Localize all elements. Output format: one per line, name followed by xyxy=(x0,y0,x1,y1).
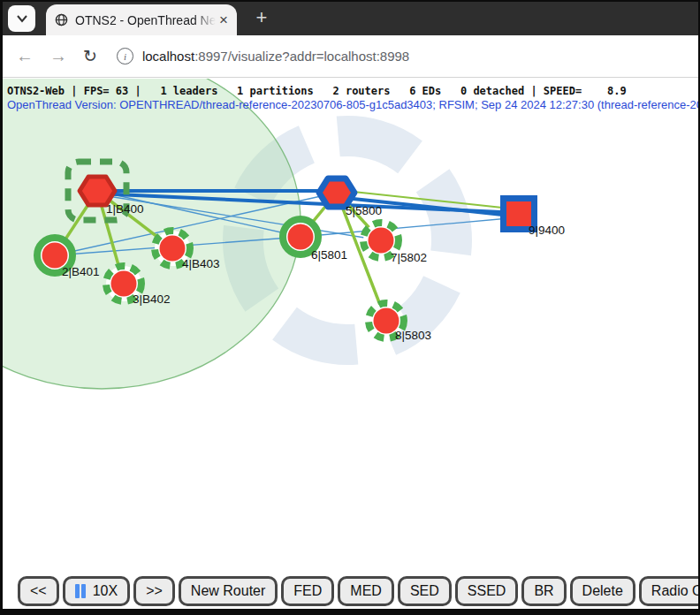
toolbar-button-label: SSED xyxy=(468,583,506,599)
reload-icon[interactable]: ↻ xyxy=(83,46,97,66)
forward-icon[interactable]: → xyxy=(49,46,67,66)
watermark-logo-segment xyxy=(285,323,356,345)
chevron-down-icon xyxy=(16,14,28,23)
new-tab-button[interactable]: + xyxy=(249,5,274,30)
browser-url-bar: ← → ↻ i localhost:8997/visualize?addr=lo… xyxy=(0,35,700,78)
node-label-8: 8|5803 xyxy=(395,329,431,342)
toolbar-button-label: FED xyxy=(293,583,322,599)
watermark-logo-segment xyxy=(339,136,410,157)
toolbar-button--[interactable]: >> xyxy=(133,576,175,606)
node-5[interactable] xyxy=(319,178,354,207)
url-host: localhost xyxy=(142,49,194,64)
toolbar-button-br[interactable]: BR xyxy=(521,576,566,606)
page-info-icon[interactable]: i xyxy=(117,48,133,65)
address-input[interactable]: localhost:8997/visualize?addr=localhost:… xyxy=(142,49,409,64)
network-svg: 1|B4002|B4013|B4024|B4035|58006|58017|58… xyxy=(0,79,700,615)
toolbar-button-label: Delete xyxy=(582,583,623,599)
toolbar-button-10x[interactable]: 10X xyxy=(63,576,130,606)
toolbar-button-label: 10X xyxy=(93,583,118,599)
toolbar-button-delete[interactable]: Delete xyxy=(570,576,635,606)
watermark-logo-segment xyxy=(433,180,452,253)
toolbar-button-med[interactable]: MED xyxy=(338,576,394,606)
browser-tab-strip: OTNS2 - OpenThread Ne × + xyxy=(0,0,700,35)
toolbar-button-label: Radio Off xyxy=(651,583,700,599)
toolbar-button-label: MED xyxy=(350,583,382,599)
node-9-core xyxy=(506,201,531,226)
toolbar-button-label: << xyxy=(30,583,47,599)
toolbar-button--[interactable]: << xyxy=(18,576,59,606)
node-label-7: 7|5802 xyxy=(391,251,427,264)
simulator-toolbar: <<10X>>New RouterFEDMEDSEDSSEDBRDeleteRa… xyxy=(18,576,700,606)
tab-search-chevron-button[interactable] xyxy=(8,5,35,32)
toolbar-button-label: >> xyxy=(146,583,163,599)
node-6[interactable] xyxy=(288,224,314,250)
back-icon[interactable]: ← xyxy=(16,46,34,66)
node-label-5: 5|5800 xyxy=(346,204,382,217)
toolbar-button-label: SED xyxy=(410,583,439,599)
node-label-9: 9|9400 xyxy=(529,224,565,237)
node-label-1: 1|B400 xyxy=(106,202,144,216)
browser-tab[interactable]: OTNS2 - OpenThread Ne × xyxy=(46,4,237,35)
network-canvas[interactable]: 1|B4002|B4013|B4024|B4035|58006|58017|58… xyxy=(0,79,700,615)
node-label-6: 6|5801 xyxy=(311,248,347,262)
node-1[interactable] xyxy=(80,177,115,205)
toolbar-button-new-router[interactable]: New Router xyxy=(179,576,278,606)
toolbar-button-label: BR xyxy=(534,583,553,599)
node-7[interactable] xyxy=(369,228,394,254)
pause-icon xyxy=(75,584,88,598)
toolbar-button-label: New Router xyxy=(191,583,265,599)
node-label-4: 4|B403 xyxy=(182,257,220,270)
toolbar-button-fed[interactable]: FED xyxy=(281,576,334,606)
node-label-3: 3|B402 xyxy=(133,292,171,306)
url-path: :8997/visualize?addr=localhost:8998 xyxy=(194,49,409,64)
globe-favicon-icon xyxy=(55,13,68,27)
toolbar-button-radio-off[interactable]: Radio Off xyxy=(639,576,700,606)
toolbar-button-ssed[interactable]: SSED xyxy=(455,576,519,606)
node-label-2: 2|B401 xyxy=(62,265,100,278)
toolbar-button-sed[interactable]: SED xyxy=(398,576,452,606)
link-6-9 xyxy=(301,217,519,237)
tab-close-icon[interactable]: × xyxy=(219,12,228,27)
tab-title: OTNS2 - OpenThread Ne xyxy=(75,13,216,27)
